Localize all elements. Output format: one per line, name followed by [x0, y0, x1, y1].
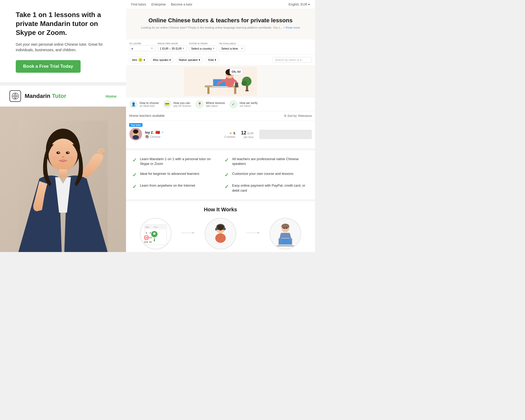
- svg-marker-60: [192, 232, 195, 234]
- svg-text:Oh, hi!: Oh, hi!: [232, 70, 241, 73]
- nav-home-link[interactable]: Home: [106, 94, 117, 98]
- read-more-link[interactable]: + Read more: [283, 26, 300, 29]
- sort-button[interactable]: ⇅ Sort by: Relevance: [284, 114, 312, 118]
- feature-text-1: Learn Mandarin 1 on 1 with a personal tu…: [140, 157, 217, 166]
- specialties-chip[interactable]: ities 1 ▾: [129, 56, 148, 63]
- native-speaker-chip[interactable]: Native speaker ▾: [176, 57, 203, 63]
- check-icon-1: ✓: [132, 157, 137, 163]
- features-section: ✓ Learn Mandarin 1 on 1 with a personal …: [126, 150, 315, 199]
- laptop-circle: [270, 218, 301, 249]
- calendar-circle: WED THU 5 6 12 13 1 ... 19: [140, 218, 171, 249]
- available-filter: I'M AVAILABLE Select a time ▾: [219, 42, 245, 51]
- top-left-section: Take 1 on 1 lessons with a private Manda…: [0, 0, 126, 82]
- name-search-input[interactable]: Search by name or k...: [272, 57, 312, 63]
- to-learn-filter: TO LEARN e ✕: [129, 42, 155, 51]
- nav-find-tutors[interactable]: Find tutors: [131, 3, 146, 6]
- feature-item-5: ✓ Learn from anywhere on the Internet: [132, 183, 217, 193]
- to-learn-input[interactable]: e ✕: [129, 45, 155, 51]
- step1-arrow: [181, 230, 195, 237]
- person-illustration: [18, 121, 108, 252]
- preply-subtitle: Looking for an online Chinese tutor? Pre…: [131, 26, 310, 29]
- feature-item-6: ✓ Easy online payment with PayPal, credi…: [224, 183, 309, 193]
- preply-illustration: Oh, hi!: [126, 66, 315, 97]
- logo-svg-icon: [12, 92, 19, 100]
- pay-icon: 💳: [163, 100, 171, 108]
- svg-point-6: [49, 139, 77, 171]
- check-icon-3: ✓: [132, 172, 137, 178]
- svg-rect-23: [207, 87, 209, 94]
- svg-point-74: [286, 228, 287, 229]
- available-input[interactable]: Select a time ▾: [219, 45, 245, 51]
- svg-point-11: [62, 156, 64, 158]
- teachers-count: hinese teachers available: [129, 114, 165, 118]
- check-icon-2: ✓: [224, 157, 229, 163]
- feature-text-5: Learn from anywhere on the Internet: [140, 183, 195, 188]
- check-icon-6: ✓: [224, 183, 229, 190]
- left-panel: Take 1 on 1 lessons with a private Manda…: [0, 0, 126, 252]
- svg-point-9: [58, 152, 59, 153]
- svg-point-73: [284, 228, 285, 229]
- svg-text:12: 12: [145, 236, 148, 239]
- price-input[interactable]: 1 EUR – 35 EUR ▾: [158, 45, 187, 51]
- how-to-choose: 👤 How to choose an ideal tutor: [129, 100, 159, 108]
- feature-item-3: ✓ Ideal for beginner to advanced learner…: [132, 171, 217, 178]
- from-chevron: ▾: [213, 47, 214, 50]
- calendar-svg: WED THU 5 6 12 13 1 ... 19: [143, 220, 169, 247]
- kids-chip[interactable]: Kids ▾: [205, 57, 219, 63]
- tutor-from-input[interactable]: Select a country ▾: [189, 45, 217, 51]
- book-trial-button[interactable]: Book a Free Trial Today: [16, 60, 81, 73]
- svg-point-58: [153, 233, 155, 235]
- svg-point-42: [136, 133, 137, 134]
- feature-item-1: ✓ Learn Mandarin 1 on 1 with a personal …: [132, 157, 217, 166]
- laptop-person-svg: [271, 219, 300, 248]
- how-to-section: 👤 How to choose an ideal tutor 💳 How you…: [126, 97, 315, 111]
- feature-text-6: Easy online payment with PayPal, credit …: [232, 183, 309, 193]
- top-navigation: Find tutors Enterprise Become a tutor En…: [126, 0, 315, 9]
- hiw-step-2: [197, 218, 244, 249]
- arrow-svg-1: [181, 230, 195, 235]
- tutor-subject: 📚 Chinese: [145, 135, 222, 139]
- preply-section: Online Chinese tutors & teachers for pri…: [126, 9, 315, 148]
- also-speaks-chip[interactable]: Also speaks ▾: [150, 57, 174, 63]
- svg-point-33: [242, 81, 247, 86]
- step2-arrow: [246, 230, 260, 237]
- nav-links: Find tutors Enterprise Become a tutor: [131, 3, 192, 6]
- tutor-rating-block: ★ 5 2 reviews: [224, 131, 235, 138]
- person-photo-area: [0, 107, 126, 252]
- svg-point-8: [66, 151, 70, 154]
- where-lessons: 📍 Where lessons take place: [195, 100, 225, 108]
- book-button-placeholder: [259, 130, 312, 139]
- nav-become-tutor[interactable]: Become a tutor: [171, 3, 192, 6]
- right-panel: Find tutors Enterprise Become a tutor En…: [126, 0, 315, 252]
- person-image: [0, 107, 126, 252]
- tutor-illustration-svg: Oh, hi!: [184, 67, 257, 96]
- price-block: 12 EUR per hour: [241, 130, 254, 139]
- svg-text:5: 5: [146, 232, 147, 234]
- feature-text-3: Ideal for beginner to advanced learners: [140, 171, 199, 176]
- feature-text-4: Customize your own course and lessons: [232, 171, 293, 176]
- nav-language[interactable]: English, EUR ▾: [288, 3, 310, 6]
- specialties-count: 1: [138, 58, 143, 62]
- svg-text:6: 6: [150, 232, 151, 234]
- rating-value: 5: [233, 131, 235, 135]
- svg-text:20: 20: [149, 241, 152, 243]
- svg-rect-31: [235, 83, 238, 87]
- nav-enterprise[interactable]: Enterprise: [151, 3, 166, 6]
- svg-point-13: [52, 156, 57, 160]
- subtext: Get your own personal online Chinese tut…: [16, 42, 117, 53]
- filter-chips-row: ities 1 ▾ Also speaks ▾ Native speaker ▾…: [126, 54, 315, 66]
- hiw-steps: WED THU 5 6 12 13 1 ... 19: [132, 218, 309, 249]
- currency: EUR: [248, 132, 254, 135]
- check-icon-4: ✓: [224, 172, 229, 178]
- hiw-title: How It Works: [132, 207, 309, 213]
- svg-text:THU: THU: [154, 226, 157, 228]
- clear-to-learn[interactable]: ✕: [151, 47, 153, 50]
- feature-item-2: ✓ All teachers are professional native C…: [224, 157, 309, 166]
- svg-point-10: [68, 152, 69, 153]
- svg-rect-34: [246, 86, 248, 91]
- svg-text:WED: WED: [145, 226, 149, 228]
- preply-hero: Online Chinese tutors & teachers for pri…: [126, 9, 315, 40]
- svg-text:19: 19: [145, 241, 148, 243]
- favorite-icon[interactable]: ♡: [134, 141, 138, 146]
- teachers-count-bar: hinese teachers available ⇅ Sort by: Rel…: [126, 111, 315, 120]
